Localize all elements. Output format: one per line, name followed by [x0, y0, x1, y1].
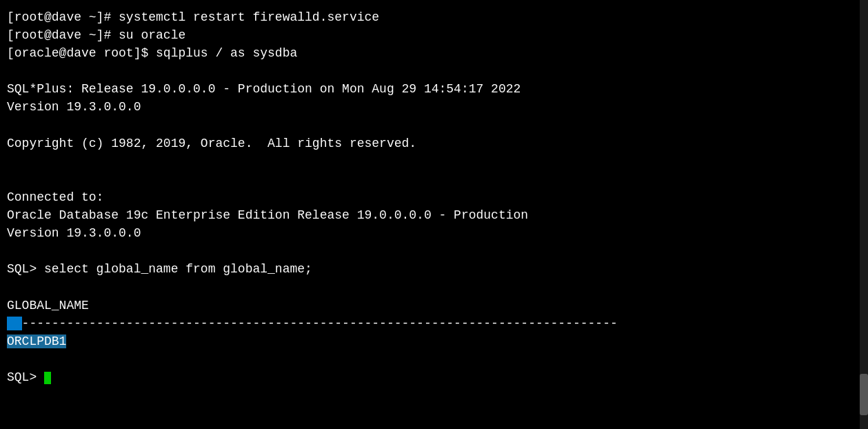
terminal-line-empty — [7, 278, 861, 296]
terminal-line: Copyright (c) 1982, 2019, Oracle. All ri… — [7, 134, 861, 152]
terminal-line: [root@dave ~]# systemctl restart firewal… — [7, 8, 861, 26]
terminal-line-empty — [7, 170, 861, 188]
terminal-line-orclpdb1: ORCLPDB1 — [7, 332, 861, 350]
terminal-cursor — [44, 372, 51, 384]
terminal-line: Connected to: — [7, 188, 861, 206]
terminal-line-prompt: SQL> — [7, 368, 861, 386]
terminal-line-global-name-header: GLOBAL_NAME — [7, 297, 861, 315]
terminal-line-empty — [7, 152, 861, 170]
terminal-window[interactable]: [root@dave ~]# systemctl restart firewal… — [0, 0, 868, 429]
terminal-line: [oracle@dave root]$ sqlplus / as sysdba — [7, 44, 861, 62]
terminal-line: Oracle Database 19c Enterprise Edition R… — [7, 206, 861, 224]
selected-value: ORCLPDB1 — [7, 335, 66, 348]
terminal-line-empty — [7, 117, 861, 134]
terminal-line: [root@dave ~]# su oracle — [7, 26, 861, 44]
scrollbar-thumb[interactable] — [860, 374, 868, 415]
terminal-line-sql-query: SQL> select global_name from global_name… — [7, 260, 861, 278]
terminal-line: SQL*Plus: Release 19.0.0.0.0 - Productio… — [7, 80, 861, 98]
terminal-line: Version 19.3.0.0.0 — [7, 224, 861, 242]
scrollbar[interactable] — [860, 0, 868, 429]
terminal-line-empty — [7, 350, 861, 368]
terminal-line: Version 19.3.0.0.0 — [7, 98, 861, 116]
terminal-line-empty — [7, 242, 861, 260]
terminal-line-dashed: __--------------------------------------… — [7, 315, 861, 332]
terminal-line-empty — [7, 62, 861, 80]
